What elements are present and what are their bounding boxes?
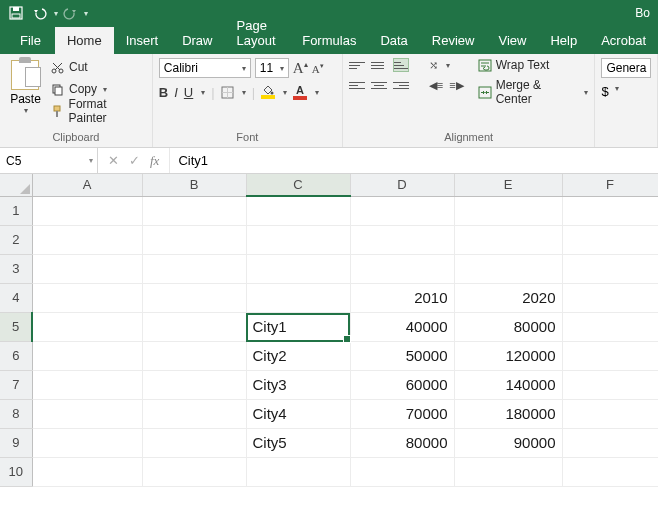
cell-A3[interactable] <box>32 254 142 283</box>
cell-B5[interactable] <box>142 312 246 341</box>
tab-formulas[interactable]: Formulas <box>290 27 368 54</box>
cell-A2[interactable] <box>32 225 142 254</box>
cell-C1[interactable] <box>246 196 350 225</box>
cell-E6[interactable]: 120000 <box>454 341 562 370</box>
cell-C6[interactable]: City2 <box>246 341 350 370</box>
cell-A10[interactable] <box>32 457 142 486</box>
paste-icon[interactable] <box>11 60 39 90</box>
cell-D4[interactable]: 2010 <box>350 283 454 312</box>
cell-E9[interactable]: 90000 <box>454 428 562 457</box>
cancel-formula-icon[interactable]: ✕ <box>108 153 119 168</box>
cell-B7[interactable] <box>142 370 246 399</box>
tab-help[interactable]: Help <box>538 27 589 54</box>
row-header-7[interactable]: 7 <box>0 370 32 399</box>
align-center-button[interactable] <box>371 78 387 92</box>
tab-review[interactable]: Review <box>420 27 487 54</box>
cell-F6[interactable] <box>562 341 658 370</box>
cell-B4[interactable] <box>142 283 246 312</box>
cell-A8[interactable] <box>32 399 142 428</box>
cell-D3[interactable] <box>350 254 454 283</box>
cell-D1[interactable] <box>350 196 454 225</box>
orientation-button[interactable]: ⤭ <box>429 59 438 72</box>
row-header-5[interactable]: 5 <box>0 312 32 341</box>
cell-C8[interactable]: City4 <box>246 399 350 428</box>
currency-button[interactable]: $ <box>601 84 608 99</box>
row-header-4[interactable]: 4 <box>0 283 32 312</box>
tab-draw[interactable]: Draw <box>170 27 224 54</box>
cell-B8[interactable] <box>142 399 246 428</box>
cell-A5[interactable] <box>32 312 142 341</box>
cell-C3[interactable] <box>246 254 350 283</box>
merge-center-button[interactable]: Merge & Center ▾ <box>478 78 589 106</box>
bold-button[interactable]: B <box>159 85 168 100</box>
cell-E7[interactable]: 140000 <box>454 370 562 399</box>
cell-D5[interactable]: 40000 <box>350 312 454 341</box>
cell-C4[interactable] <box>246 283 350 312</box>
cell-E8[interactable]: 180000 <box>454 399 562 428</box>
cell-F5[interactable] <box>562 312 658 341</box>
cell-F10[interactable] <box>562 457 658 486</box>
cell-C7[interactable]: City3 <box>246 370 350 399</box>
cell-A9[interactable] <box>32 428 142 457</box>
increase-font-icon[interactable]: A▴ <box>293 60 308 77</box>
cell-C10[interactable] <box>246 457 350 486</box>
cell-D10[interactable] <box>350 457 454 486</box>
align-top-button[interactable] <box>349 58 365 72</box>
decrease-indent-button[interactable]: ◀≡ <box>429 79 443 92</box>
undo-button[interactable] <box>28 1 52 25</box>
cell-E1[interactable] <box>454 196 562 225</box>
row-header-2[interactable]: 2 <box>0 225 32 254</box>
italic-button[interactable]: I <box>174 85 178 100</box>
font-color-button[interactable]: A <box>293 84 307 100</box>
format-painter-button[interactable]: Format Painter <box>51 102 146 120</box>
row-header-9[interactable]: 9 <box>0 428 32 457</box>
cell-E5[interactable]: 80000 <box>454 312 562 341</box>
col-header-D[interactable]: D <box>350 174 454 196</box>
increase-indent-button[interactable]: ≡▶ <box>449 79 463 92</box>
cell-A7[interactable] <box>32 370 142 399</box>
tab-page-layout[interactable]: Page Layout <box>225 12 291 54</box>
cell-F2[interactable] <box>562 225 658 254</box>
worksheet-grid[interactable]: A B C D E F 1234201020205City14000080000… <box>0 174 658 487</box>
cell-A6[interactable] <box>32 341 142 370</box>
redo-button[interactable] <box>58 1 82 25</box>
tab-view[interactable]: View <box>486 27 538 54</box>
col-header-B[interactable]: B <box>142 174 246 196</box>
col-header-E[interactable]: E <box>454 174 562 196</box>
cell-C2[interactable] <box>246 225 350 254</box>
row-header-1[interactable]: 1 <box>0 196 32 225</box>
align-right-button[interactable] <box>393 78 409 92</box>
cell-F7[interactable] <box>562 370 658 399</box>
cell-B6[interactable] <box>142 341 246 370</box>
cell-B1[interactable] <box>142 196 246 225</box>
cell-E3[interactable] <box>454 254 562 283</box>
wrap-text-button[interactable]: Wrap Text <box>478 58 589 72</box>
tab-data[interactable]: Data <box>368 27 419 54</box>
tab-file[interactable]: File <box>6 27 55 54</box>
number-format-combo[interactable]: Genera <box>601 58 651 78</box>
cell-F1[interactable] <box>562 196 658 225</box>
cell-F9[interactable] <box>562 428 658 457</box>
tab-insert[interactable]: Insert <box>114 27 171 54</box>
cell-C5[interactable]: City1 <box>246 312 350 341</box>
cell-C9[interactable]: City5 <box>246 428 350 457</box>
tab-acrobat[interactable]: Acrobat <box>589 27 658 54</box>
cell-A4[interactable] <box>32 283 142 312</box>
fx-icon[interactable]: fx <box>150 153 159 169</box>
cell-B3[interactable] <box>142 254 246 283</box>
font-size-combo[interactable]: 11▾ <box>255 58 289 78</box>
cell-D9[interactable]: 80000 <box>350 428 454 457</box>
row-header-6[interactable]: 6 <box>0 341 32 370</box>
copy-button[interactable]: Copy ▾ <box>51 80 146 98</box>
cell-B9[interactable] <box>142 428 246 457</box>
paste-button[interactable]: Paste <box>10 92 41 106</box>
row-header-8[interactable]: 8 <box>0 399 32 428</box>
align-middle-button[interactable] <box>371 58 387 72</box>
cell-F4[interactable] <box>562 283 658 312</box>
underline-button[interactable]: U <box>184 85 193 100</box>
cell-D2[interactable] <box>350 225 454 254</box>
enter-formula-icon[interactable]: ✓ <box>129 153 140 168</box>
select-all-corner[interactable] <box>0 174 32 196</box>
col-header-A[interactable]: A <box>32 174 142 196</box>
row-header-3[interactable]: 3 <box>0 254 32 283</box>
